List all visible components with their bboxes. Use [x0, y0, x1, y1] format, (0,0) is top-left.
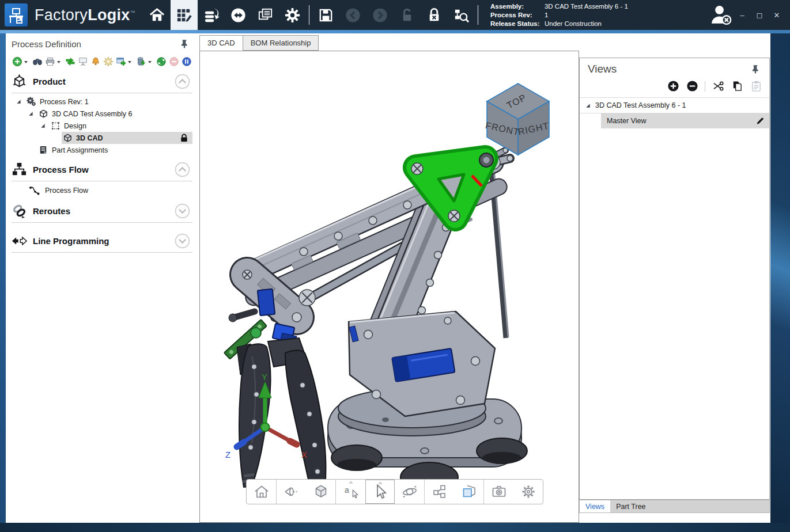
expand-section-button[interactable]	[175, 233, 190, 249]
viewer-settings-button[interactable]	[513, 480, 543, 504]
import-data-icon	[202, 6, 220, 24]
collapse-section-button[interactable]	[175, 74, 190, 89]
content-area: Process Definition	[6, 33, 770, 523]
undo-button[interactable]	[339, 0, 366, 30]
tree-item-assembly[interactable]: 3D CAD Test Assembly 6	[12, 108, 192, 120]
add-button[interactable]	[12, 56, 22, 67]
tab-label: BOM Relationship	[251, 39, 311, 47]
tree-item-design[interactable]: Design	[12, 120, 192, 132]
main-tab-strip: 3D CAD BOM Relationship	[199, 35, 319, 51]
notify-button[interactable]	[90, 56, 101, 67]
collapse-section-button[interactable]	[175, 162, 190, 177]
orbit-button[interactable]	[395, 480, 424, 504]
expander-icon[interactable]	[16, 99, 21, 104]
process-definition-panel: Process Definition	[6, 33, 196, 523]
assembly-info: Assembly:3D CAD Test Assembly 6 - 1 Proc…	[490, 2, 628, 28]
home-view-icon	[253, 483, 270, 500]
suspend-button[interactable]	[181, 56, 192, 67]
minimize-button[interactable]: –	[734, 7, 751, 23]
logout-user-button[interactable]	[708, 2, 734, 28]
tree-item-part-assignments[interactable]: Part Assignments	[12, 144, 192, 156]
pin-button[interactable]	[751, 64, 760, 74]
select-button[interactable]	[365, 480, 395, 504]
print-button[interactable]	[44, 56, 55, 67]
cut-button[interactable]	[712, 80, 724, 93]
refresh-button[interactable]	[156, 56, 167, 67]
expand-section-button[interactable]	[175, 203, 190, 219]
copy-button[interactable]	[731, 80, 743, 93]
tab-views[interactable]: Views	[580, 500, 610, 512]
close-button[interactable]: ✕	[768, 7, 785, 23]
home-icon	[148, 6, 166, 24]
axis-x-label: X	[301, 450, 307, 459]
dropdown-caret[interactable]	[57, 61, 61, 65]
save-button[interactable]	[312, 0, 339, 30]
export-window-icon	[116, 56, 126, 67]
cube-icon	[63, 133, 73, 143]
views-tree-master-view[interactable]: Master View	[601, 113, 769, 128]
section-line-programming[interactable]: Line Programming	[12, 231, 192, 250]
home-button[interactable]	[143, 0, 171, 30]
export-button[interactable]	[115, 56, 126, 67]
maximize-button[interactable]: ◻	[751, 7, 768, 23]
settings-button[interactable]	[279, 0, 306, 30]
delete-button[interactable]	[135, 56, 146, 67]
snapshot-button[interactable]	[484, 480, 513, 504]
pin-button[interactable]	[180, 39, 189, 48]
add-view-button[interactable]	[667, 80, 679, 93]
tab-bom-relationship[interactable]: BOM Relationship	[243, 35, 319, 51]
binoculars-icon	[32, 56, 43, 67]
materials-button[interactable]	[198, 0, 225, 30]
dropdown-caret[interactable]	[378, 479, 383, 484]
cad-viewport[interactable]: TOP FRONT RIGHT Y Z X	[199, 51, 579, 523]
expander-icon[interactable]	[28, 111, 33, 116]
unlock-button[interactable]	[394, 0, 421, 30]
assembly-value: 3D CAD Test Assembly 6 - 1	[545, 3, 628, 10]
lock-discard-button[interactable]	[421, 0, 448, 30]
tree-item-3d-cad[interactable]: 3D CAD	[12, 132, 192, 144]
explode-button[interactable]	[425, 480, 454, 504]
orientation-view-cube[interactable]: TOP FRONT RIGHT	[480, 77, 561, 157]
section-button[interactable]	[454, 480, 483, 504]
tab-3d-cad[interactable]: 3D CAD	[199, 35, 243, 51]
deactivate-button[interactable]	[168, 56, 179, 67]
exchange-button[interactable]	[65, 56, 75, 67]
section-title: Line Programming	[33, 236, 109, 246]
properties-button[interactable]	[103, 56, 114, 67]
look-at-button[interactable]	[277, 480, 306, 504]
dropdown-caret[interactable]	[128, 61, 131, 65]
tree-item-process-rev[interactable]: Process Rev: 1	[12, 96, 192, 108]
gear-pale-icon	[103, 56, 114, 67]
redo-button[interactable]	[366, 0, 394, 30]
view-home-button[interactable]	[247, 480, 276, 504]
documents-button[interactable]	[252, 0, 279, 30]
paste-button[interactable]	[750, 80, 762, 93]
section-product[interactable]: Product	[12, 71, 192, 91]
process-flow-item[interactable]: Process Flow	[12, 184, 192, 197]
presentation-button[interactable]	[77, 56, 88, 67]
section-view-icon	[460, 483, 478, 500]
expander-icon[interactable]	[585, 103, 591, 108]
process-definition-button[interactable]	[171, 0, 198, 30]
tree-item-label: Part Assignments	[52, 146, 108, 154]
back-icon	[344, 6, 362, 24]
find-button[interactable]	[32, 56, 43, 67]
structure-search-button[interactable]	[448, 0, 475, 30]
product-tree: Process Rev: 1 3D CAD Test Assembly 6 De…	[12, 96, 192, 156]
edit-pencil-icon[interactable]	[755, 116, 765, 126]
section-process-flow[interactable]: Process Flow	[12, 159, 192, 179]
remove-view-button[interactable]	[686, 80, 698, 93]
shaded-view-button[interactable]	[306, 480, 335, 504]
tab-part-tree[interactable]: Part Tree	[610, 500, 651, 512]
dropdown-caret[interactable]	[148, 61, 152, 65]
dropdown-caret[interactable]	[349, 478, 353, 484]
select-label-button[interactable]: a	[336, 480, 365, 504]
explode-icon	[431, 483, 448, 500]
dropdown-caret[interactable]	[24, 61, 28, 65]
divider	[12, 222, 192, 223]
sync-button[interactable]	[225, 0, 252, 30]
tree-item-label: 3D CAD Test Assembly 6	[52, 110, 132, 118]
expander-icon[interactable]	[40, 123, 46, 128]
views-tree-root[interactable]: 3D CAD Test Assembly 6 - 1	[580, 97, 769, 113]
section-reroutes[interactable]: Reroutes	[12, 201, 192, 221]
